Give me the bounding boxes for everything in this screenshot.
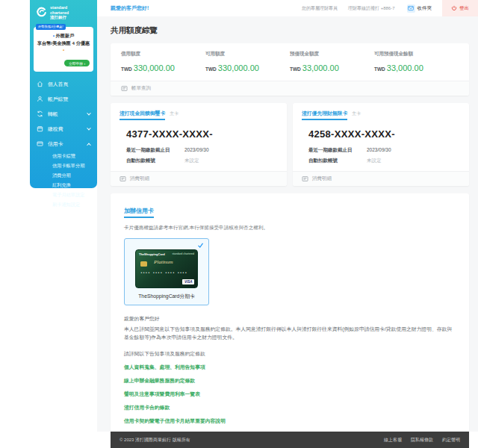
inbox-button[interactable]: 收件夾 xyxy=(407,4,432,13)
user-icon xyxy=(37,96,43,102)
footer: © 2023 渣打國際商業銀行 版權所有 線上客服 隱私權條款 約定聲明 xyxy=(111,432,469,448)
standard-chartered-logo-icon xyxy=(36,7,47,18)
hotline-text: 理財專線請撥打 +886-7 xyxy=(348,5,395,12)
terms-greeting: 親愛的客戶您好 xyxy=(124,315,456,323)
bill-icon xyxy=(121,85,128,92)
card-option-caption: TheShoppingCard分期卡 xyxy=(129,293,204,300)
term-link-online-services[interactable]: 線上申辦金融業務服務約定條款 xyxy=(124,377,456,385)
credit-cards-row: 渣打現金回饋御璽卡 主卡 4377-XXXX-XXXX- 最近一期繳款截止日 2… xyxy=(111,103,469,186)
term-link-fee-rate-table[interactable]: 聲明及注意事項暨費用利率一覽表 xyxy=(124,391,456,398)
copyright-text: © 2023 渣打國際商業銀行 版權所有 xyxy=(120,437,190,444)
card-name-link[interactable]: 渣打現金回饋御璽卡 xyxy=(120,110,165,120)
submenu-estatement-settings[interactable]: 電子月結單設定 xyxy=(30,190,97,200)
sidebar-item-global-link[interactable]: 全球帳戶連結 xyxy=(30,214,97,230)
chevron-down-icon xyxy=(87,111,91,116)
card-option-shoppingcard[interactable]: TheShoppingCard standard chartered Plati… xyxy=(124,238,209,305)
footer-link-online-service[interactable]: 線上客服 xyxy=(384,437,402,444)
footer-link-privacy[interactable]: 隱私權條款 xyxy=(411,437,433,444)
submenu-purchase-installment[interactable]: 消費分期 xyxy=(30,171,97,181)
bill-query-label: 帳單查詢 xyxy=(131,85,151,92)
transaction-detail-button[interactable]: 消費明細 xyxy=(293,171,469,186)
credit-card-icon xyxy=(37,140,43,147)
bill-query-button[interactable]: 帳單查詢 xyxy=(111,81,469,96)
advisor-label: 您的專屬理財專員 xyxy=(302,5,338,12)
credit-card-panel-1: 渣打現金回饋御璽卡 主卡 4377-XXXX-XXXX- 最近一期繳款截止日 2… xyxy=(111,103,287,186)
globe-icon xyxy=(37,218,43,225)
logout-button[interactable]: 登出 xyxy=(442,0,478,16)
envelope-icon xyxy=(407,4,415,13)
agreement-text: 本人已詳閱並同意以下告知事項及服務約定條款。本人同意渣打銀行得以本人與渣打銀行往… xyxy=(124,325,456,341)
calendar-icon xyxy=(37,125,43,132)
card-number: 4258-XXXX-XXXX- xyxy=(293,120,469,145)
limit-credit: 信用額度 TWD330,000.00 xyxy=(121,51,205,74)
promo-title: 外匯新戶 xyxy=(36,33,91,40)
shared-limits-card: 信用額度 TWD330,000.00 可用額度 TWD330,000.00 預借… xyxy=(111,43,469,96)
card-name-link[interactable]: 渣打優先理財無限卡 xyxy=(302,110,347,120)
credit-card-submenu: 信用卡綜覽 信用卡帳單分期 消費分期 紅利兌換 電子月結單設定 刷卡通知設定 xyxy=(30,152,97,210)
apply-section-title: 加辦信用卡 xyxy=(124,207,154,218)
footer-link-agreement[interactable]: 約定聲明 xyxy=(442,437,460,444)
cash-advance-limit-amount: 33,000.00 xyxy=(302,63,339,72)
sidebar-item-credit-card[interactable]: 信用卡 xyxy=(30,137,97,152)
limit-cash-advance-available: 可用預借現金餘額 TWD33,000.00 xyxy=(374,51,459,74)
submenu-card-notification-settings[interactable]: 刷卡通知設定 xyxy=(30,200,97,210)
card-chip xyxy=(140,261,147,267)
term-link-estatement-notice[interactable]: 信用卡契約暨電子信用卡月結單重要內容說明 xyxy=(124,417,456,425)
visa-logo: VISA xyxy=(182,279,194,284)
promo-subtitle: 享台幣/美金換匯 4 分優惠 xyxy=(36,40,91,52)
top-bar-right: 您的專屬理財專員 理財專線請撥打 +886-7 收件夾 登出 xyxy=(302,0,478,16)
greeting-text: 親愛的客戶您好! xyxy=(97,4,149,12)
autopay-value: 未設定 xyxy=(184,158,199,164)
checkmark-icon xyxy=(197,242,204,249)
sidebar-item-transfer[interactable]: 轉帳 xyxy=(30,107,97,122)
promo-apply-button[interactable]: 立即申辦 › xyxy=(64,60,90,66)
term-link-card-contract[interactable]: 渣打信用卡合約條款 xyxy=(124,404,456,411)
power-icon xyxy=(451,5,457,12)
submenu-card-overview[interactable]: 信用卡綜覽 xyxy=(30,152,97,161)
inbox-label: 收件夾 xyxy=(418,5,432,12)
transfer-icon xyxy=(37,111,43,117)
term-link-personal-data[interactable]: 個人資料蒐集、處理、利用告知事項 xyxy=(124,364,456,371)
home-icon xyxy=(37,81,43,87)
receipt-icon xyxy=(302,175,308,182)
sidebar-item-accounts[interactable]: 帳戶綜覽 xyxy=(30,92,97,107)
top-bar: 親愛的客戶您好! 您的專屬理財專員 理財專線請撥打 +886-7 收件夾 登出 xyxy=(97,0,478,16)
logout-label: 登出 xyxy=(459,5,469,12)
limit-cash-advance: 預借現金額度 TWD33,000.00 xyxy=(290,51,374,74)
promo-banner[interactable]: 外幣換匯4分優惠! 外匯新戶 享台幣/美金換匯 4 分優惠 立即申辦 › xyxy=(34,27,93,72)
transaction-detail-button[interactable]: 消費明細 xyxy=(111,171,287,186)
bank-logo-text: standard chartered 渣打銀行 xyxy=(50,5,69,20)
autopay-value: 未設定 xyxy=(367,158,382,164)
due-date-value: 2023/09/30 xyxy=(184,147,209,154)
credit-card-panel-2: 渣打優先理財無限卡 主卡 4258-XXXX-XXXX- 最近一期繳款截止日 2… xyxy=(293,103,469,186)
credit-card-image: TheShoppingCard standard chartered Plati… xyxy=(135,249,198,288)
card-number: 4377-XXXX-XXXX- xyxy=(111,120,287,145)
page-title: 共用額度綜覽 xyxy=(111,25,469,36)
promo-ribbon: 外幣換匯4分優惠! xyxy=(36,24,66,30)
apply-note: 卡片優惠權益請參考本行官網,本行保留接受申請核准與否之權利。 xyxy=(124,225,456,231)
apply-card-panel: 加辦信用卡 卡片優惠權益請參考本行官網,本行保留接受申請核准與否之權利。 The… xyxy=(111,193,469,448)
card-type-badge: 主卡 xyxy=(170,111,179,117)
sidebar: standard chartered 渣打銀行 外幣換匯4分優惠! 外匯新戶 享… xyxy=(30,0,97,188)
sidebar-menu: 個人首頁 帳戶綜覽 轉帳 繳稅費 信用卡 信用卡綜覽 xyxy=(30,77,97,230)
app: 親愛的客戶您好! 您的專屬理財專員 理財專線請撥打 +886-7 收件夾 登出 xyxy=(0,0,478,448)
terms-intro: 請詳閱以下告知事項及服務約定條款 xyxy=(124,350,456,358)
limit-available: 可用額度 TWD330,000.00 xyxy=(205,51,290,74)
credit-limit-amount: 330,000.00 xyxy=(134,63,175,72)
bank-logo[interactable]: standard chartered 渣打銀行 xyxy=(30,0,97,24)
submenu-rewards[interactable]: 紅利兌換 xyxy=(30,181,97,190)
chevron-down-icon xyxy=(87,126,91,131)
receipt-icon xyxy=(120,175,126,182)
due-date-value: 2023/09/30 xyxy=(367,147,391,154)
card-type-badge: 主卡 xyxy=(352,111,361,117)
chevron-up-icon xyxy=(87,143,91,147)
submenu-statement-installment[interactable]: 信用卡帳單分期 xyxy=(30,161,97,171)
main-content: 共用額度綜覽 信用額度 TWD330,000.00 可用額度 TWD330,00… xyxy=(111,22,469,448)
sidebar-item-tax[interactable]: 繳稅費 xyxy=(30,122,97,137)
sidebar-item-home[interactable]: 個人首頁 xyxy=(30,77,97,92)
cash-advance-available-amount: 33,000.00 xyxy=(387,63,423,72)
available-limit-amount: 330,000.00 xyxy=(218,63,259,72)
